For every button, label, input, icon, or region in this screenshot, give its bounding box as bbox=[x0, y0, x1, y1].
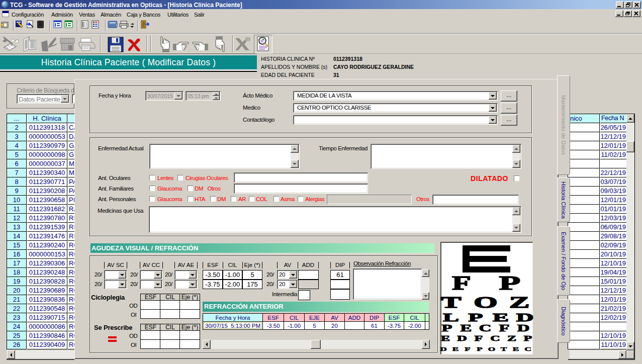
svg-text:h: h bbox=[261, 39, 263, 43]
